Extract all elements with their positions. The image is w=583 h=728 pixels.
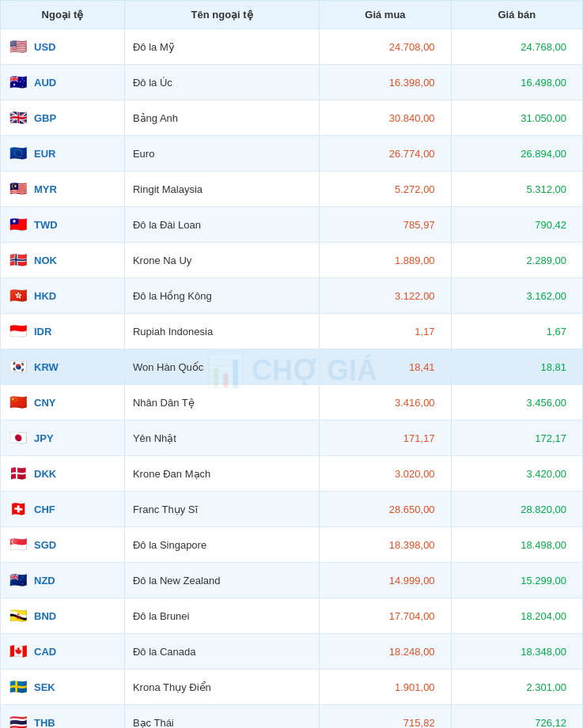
flag-icon: 🇹🇼 [7,213,29,236]
table-row: 🇲🇾 MYR Ringit Malaysia5.272,005.312,00 [1,172,583,207]
flag-icon: 🇺🇸 [7,36,29,58]
header-sell-price: Giá bán [451,1,582,29]
buy-price-cell: 3.020,00 [320,456,451,492]
sell-price-cell: 3.162,00 [451,278,582,314]
buy-price-cell: 24.708,00 [320,29,451,65]
buy-price-cell: 16.398,00 [320,65,451,100]
table-row: 🇨🇦 CAD Đô la Canada18.248,0018.348,00 [1,634,583,670]
currency-name-cell: Đô la New Zealand [124,563,319,598]
currency-code-cell: 🇸🇬 SGD [1,527,125,563]
header-currency-name: Tên ngoại tệ [124,1,319,29]
currency-code-cell: 🇸🇪 SEK [1,670,125,705]
currency-code-cell: 🇬🇧 GBP [1,100,125,136]
sell-price-cell: 2.301,00 [451,670,582,705]
flag-icon: 🇲🇾 [7,178,29,200]
currency-code-cell: 🇭🇰 HKD [1,278,125,314]
table-row: 🇰🇷 KRW Won Hàn Quốc18,4118,81 [1,349,583,385]
table-row: 🇳🇿 NZD Đô la New Zealand14.999,0015.299,… [1,563,583,598]
currency-table-container: 📊 CHỢ GIÁ Ngoại tệ Tên ngoại tệ Giá mua … [0,0,583,728]
currency-code-label: NOK [34,255,57,266]
currency-code-label: MYR [34,183,57,195]
sell-price-cell: 16.498,00 [451,65,582,100]
sell-price-cell: 31.050,00 [451,100,582,136]
buy-price-cell: 171,17 [320,421,451,456]
currency-name-cell: Won Hàn Quốc [124,349,319,385]
currency-name-cell: Đô la Singapore [124,527,319,563]
currency-code-cell: 🇪🇺 EUR [1,136,125,172]
sell-price-cell: 726,12 [451,705,582,729]
currency-code-cell: 🇯🇵 JPY [1,421,125,456]
flag-icon: 🇬🇧 [7,107,29,129]
table-row: 🇩🇰 DKK Krone Đan Mạch3.020,003.420,00 [1,456,583,492]
currency-code-cell: 🇦🇺 AUD [1,65,125,100]
table-row: 🇦🇺 AUD Đô la Úc16.398,0016.498,00 [1,65,583,100]
currency-name-cell: Krone Na Uy [124,243,319,278]
buy-price-cell: 28.650,00 [320,492,451,527]
currency-name-cell: Đô la Đài Loan [124,207,319,243]
currency-code-cell: 🇹🇼 TWD [1,207,125,243]
flag-icon: 🇮🇩 [7,320,29,342]
sell-price-cell: 18.348,00 [451,634,582,670]
table-row: 🇪🇺 EUR Euro26.774,0026.894,00 [1,136,583,172]
flag-icon: 🇭🇰 [7,285,29,307]
flag-icon: 🇰🇷 [7,356,29,378]
currency-name-cell: Euro [124,136,319,172]
flag-icon: 🇨🇭 [7,498,29,520]
flag-icon: 🇸🇪 [7,676,29,698]
currency-code-cell: 🇺🇸 USD [1,29,125,65]
sell-price-cell: 2.289,00 [451,243,582,278]
buy-price-cell: 18.248,00 [320,634,451,670]
table-row: 🇨🇭 CHF Franc Thụy Sĩ28.650,0028.820,00 [1,492,583,527]
flag-icon: 🇪🇺 [7,142,29,164]
currency-code-label: CHF [34,504,55,515]
sell-price-cell: 5.312,00 [451,172,582,207]
sell-price-cell: 790,42 [451,207,582,243]
header-buy-price: Giá mua [320,1,451,29]
table-row: 🇧🇳 BND Đô la Brunei17.704,0018.204,00 [1,598,583,634]
currency-name-cell: Đô la Mỹ [124,29,319,65]
currency-code-label: TWD [34,219,58,231]
currency-name-cell: Đô la Hồng Kông [124,278,319,314]
sell-price-cell: 3.420,00 [451,456,582,492]
buy-price-cell: 1.889,00 [320,243,451,278]
currency-name-cell: Rupiah Indonesia [124,314,319,349]
currency-code-cell: 🇰🇷 KRW [1,349,125,385]
currency-code-cell: 🇨🇭 CHF [1,492,125,527]
currency-name-cell: Đô la Canada [124,634,319,670]
currency-code-label: SEK [34,681,55,693]
flag-icon: 🇦🇺 [7,71,29,93]
currency-name-cell: Ringit Malaysia [124,172,319,207]
table-row: 🇯🇵 JPY Yên Nhật171,17172,17 [1,421,583,456]
currency-code-cell: 🇳🇿 NZD [1,563,125,598]
table-row: 🇬🇧 GBP Bảng Anh30.840,0031.050,00 [1,100,583,136]
currency-code-cell: 🇲🇾 MYR [1,172,125,207]
currency-code-label: CAD [34,646,56,658]
currency-code-label: EUR [34,148,55,160]
currency-code-label: CNY [34,397,55,409]
currency-code-label: HKD [34,290,56,302]
table-header-row: Ngoại tệ Tên ngoại tệ Giá mua Giá bán [1,1,583,29]
buy-price-cell: 30.840,00 [320,100,451,136]
currency-code-cell: 🇩🇰 DKK [1,456,125,492]
buy-price-cell: 785,97 [320,207,451,243]
currency-code-cell: 🇨🇳 CNY [1,385,125,421]
table-row: 🇮🇩 IDR Rupiah Indonesia1,171,67 [1,314,583,349]
currency-name-cell: Krone Đan Mạch [124,456,319,492]
buy-price-cell: 1,17 [320,314,451,349]
table-row: 🇹🇼 TWD Đô la Đài Loan785,97790,42 [1,207,583,243]
currency-code-label: AUD [34,77,56,89]
sell-price-cell: 28.820,00 [451,492,582,527]
table-row: 🇸🇪 SEK Krona Thụy Điển1.901,002.301,00 [1,670,583,705]
currency-name-cell: Bạc Thái [124,705,319,729]
flag-icon: 🇩🇰 [7,462,29,485]
currency-name-cell: Bảng Anh [124,100,319,136]
flag-icon: 🇸🇬 [7,534,29,556]
buy-price-cell: 5.272,00 [320,172,451,207]
flag-icon: 🇧🇳 [7,605,29,627]
currency-code-label: KRW [34,361,59,373]
currency-code-cell: 🇳🇴 NOK [1,243,125,278]
buy-price-cell: 3.416,00 [320,385,451,421]
currency-name-cell: Đô la Brunei [124,598,319,634]
table-row: 🇸🇬 SGD Đô la Singapore18.398,0018.498,00 [1,527,583,563]
currency-name-cell: Franc Thụy Sĩ [124,492,319,527]
